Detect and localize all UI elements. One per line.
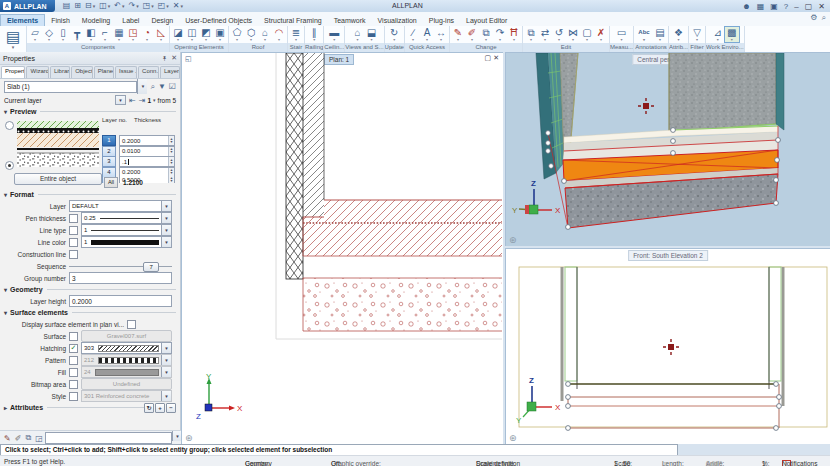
match-properties-icon[interactable]: ✎ xyxy=(4,434,11,443)
layer-number-cell[interactable]: 1 xyxy=(102,135,116,146)
tools-icon[interactable]: ✕▾ xyxy=(173,2,183,10)
open-icon[interactable]: ⊞ xyxy=(74,2,81,10)
door-icon[interactable]: ◪▾ xyxy=(171,27,185,42)
wall-icon[interactable]: ▱▾ xyxy=(28,27,42,42)
layer-number-cell[interactable]: 2 xyxy=(102,146,116,157)
style-checkbox[interactable] xyxy=(69,392,78,401)
search-icon[interactable]: ⌕ xyxy=(822,13,826,23)
bitmap-area-button[interactable]: Undefined xyxy=(81,378,172,390)
attributes-section-header[interactable]: ▸ Attributes ↻ + − xyxy=(0,402,180,413)
palette-tab-planes[interactable]: Planes xyxy=(94,66,114,78)
viewport-perspective[interactable]: Central perspective:3 xyxy=(505,52,830,248)
menu-tab-structural-framing[interactable]: Structural Framing xyxy=(258,15,328,26)
layer-down-icon[interactable]: ⇥ xyxy=(139,96,146,105)
format-section-header[interactable]: ▾ Format xyxy=(0,189,180,200)
app-menu-button[interactable]: A ALLPLAN xyxy=(0,0,55,12)
corner-window-icon[interactable]: ◩▾ xyxy=(199,27,213,42)
menu-tab-plug-ins[interactable]: Plug-ins xyxy=(423,15,460,26)
palette-tab-objects[interactable]: Objects xyxy=(71,66,93,78)
opening-icon[interactable]: ◳▾ xyxy=(126,27,140,42)
hatching-combo[interactable]: 303 ▼ xyxy=(81,342,172,354)
layer-combo[interactable]: DEFAULT ▼ xyxy=(69,200,172,212)
display-surface-checkbox[interactable] xyxy=(127,320,136,329)
style-combo[interactable]: 301 Reinforced concrete ▼ xyxy=(81,390,172,402)
refresh-attributes-icon[interactable]: ↻ xyxy=(144,403,154,413)
palette-tab-issue-[interactable]: Issue ... xyxy=(115,66,137,78)
line-color-checkbox[interactable] xyxy=(69,238,78,247)
palettes-icon[interactable]: ▦ xyxy=(757,2,765,11)
rotation-center-handle[interactable] xyxy=(638,98,654,114)
preview-section-header[interactable]: ▾ Preview xyxy=(0,106,180,117)
column-icon[interactable]: ▯▾ xyxy=(56,27,70,42)
view-icon[interactable]: ⌂▾ xyxy=(350,27,364,42)
stair-icon[interactable]: ≣▾ xyxy=(289,27,303,42)
height-icon[interactable]: Ħ▾ xyxy=(507,27,521,42)
palette-tab-wizards[interactable]: Wizards xyxy=(26,66,48,78)
group-number-input[interactable]: 3 xyxy=(69,272,172,284)
windows-icon[interactable]: ◰▾ xyxy=(158,2,169,10)
modify-icon[interactable]: ✐▾ xyxy=(465,27,479,42)
redo-icon[interactable]: ↷▾ xyxy=(128,2,138,10)
text-icon[interactable]: A▾ xyxy=(420,27,434,42)
construction-line-checkbox[interactable] xyxy=(69,250,78,259)
element-selector[interactable]: Slab (1) xyxy=(4,81,137,93)
ceiling-icon[interactable]: ▬▾ xyxy=(327,27,341,42)
label-icon[interactable]: ▤▾ xyxy=(653,27,667,42)
add-attribute-icon[interactable]: + xyxy=(155,403,165,413)
bitmap-area-checkbox[interactable] xyxy=(69,380,78,389)
format-properties-icon[interactable]: ⧉▾ xyxy=(479,27,493,42)
thickness-input[interactable]: 0.2000▲▼ xyxy=(119,167,175,178)
rotate-icon[interactable]: ↺▾ xyxy=(552,27,566,42)
pen-thickness-combo[interactable]: 0.25 ▼ xyxy=(81,212,172,224)
text-annotation-icon[interactable]: Abc▾ xyxy=(635,27,653,42)
palette-tab-layers[interactable]: Layers xyxy=(160,66,180,78)
fill-checkbox[interactable] xyxy=(69,368,78,377)
viewport-plan[interactable]: ◱ Plan: 1 ▢✕ xyxy=(181,52,505,446)
compass-icon[interactable]: ⊛ xyxy=(185,434,193,443)
niche-icon[interactable]: ◔▾ xyxy=(140,27,154,42)
minimize-icon[interactable]: – xyxy=(794,2,798,11)
save-icon[interactable]: ⊟▾ xyxy=(85,2,95,10)
spinner-icon[interactable]: ▲▼ xyxy=(168,136,174,145)
layer-number-cell[interactable]: 3 xyxy=(102,156,116,167)
copy-format-icon[interactable]: ⧉ xyxy=(25,433,31,443)
pen-thickness-checkbox[interactable] xyxy=(69,214,78,223)
component-grid-icon[interactable]: ▦▾ xyxy=(112,27,126,42)
roof-plane-icon[interactable]: ⬠▾ xyxy=(230,27,244,42)
spinner-icon[interactable]: ▲▼ xyxy=(168,147,174,156)
mirror-icon[interactable]: ⋈▾ xyxy=(566,27,580,42)
remove-attribute-icon[interactable]: − xyxy=(166,403,176,413)
upstand-icon[interactable]: ◧▾ xyxy=(84,27,98,42)
scale-icon[interactable]: ⊿▾ xyxy=(711,27,725,42)
menu-tab-elements[interactable]: Elements xyxy=(0,14,45,26)
workspace-icon[interactable]: ▩▾ xyxy=(725,27,739,42)
close-icon[interactable]: ✕ xyxy=(818,2,825,11)
sequence-slider[interactable]: 7 xyxy=(69,261,172,271)
line-type-combo[interactable]: 1 ▼ xyxy=(81,224,172,236)
shop-icon[interactable]: ▣ xyxy=(770,2,778,11)
element-selector-dropdown-icon[interactable]: ▼ xyxy=(137,79,147,94)
paste-format-icon[interactable]: ◲ xyxy=(35,434,43,443)
close-icon[interactable]: ✕ xyxy=(171,54,177,62)
recess-icon[interactable]: ▣▾ xyxy=(213,27,227,42)
project-icon[interactable]: ▤ xyxy=(63,2,71,10)
ramp-icon[interactable]: ◺▾ xyxy=(154,27,168,42)
menu-tab-visualization[interactable]: Visualization xyxy=(372,15,423,26)
dimension-icon[interactable]: ↔▾ xyxy=(434,27,448,42)
line-type-checkbox[interactable] xyxy=(69,226,78,235)
menu-tab-modeling[interactable]: Modeling xyxy=(76,15,116,26)
pin-icon[interactable]: 🖈 xyxy=(161,55,168,62)
attributes-icon[interactable]: ❖▾ xyxy=(671,27,685,42)
line-icon[interactable]: ∕▾ xyxy=(406,27,420,42)
menu-tab-layout-editor[interactable]: Layout Editor xyxy=(460,15,513,26)
surface-file-button[interactable]: Gravel007.surf xyxy=(81,330,172,342)
layer-radio-top[interactable] xyxy=(5,121,14,130)
thickness-input[interactable]: 0.2000▲▼ xyxy=(119,135,175,146)
lintel-icon[interactable]: ⌐▾ xyxy=(98,27,112,42)
gear-icon[interactable]: ⚙ xyxy=(810,13,817,23)
layer-number-cell[interactable]: 4 xyxy=(102,167,116,178)
menu-tab-finish[interactable]: Finish xyxy=(45,15,76,26)
beam-icon[interactable]: ┳▾ xyxy=(70,27,84,42)
stretch-icon[interactable]: ▢▾ xyxy=(580,27,594,42)
thickness-input[interactable]: .1▲▼ xyxy=(119,156,175,167)
